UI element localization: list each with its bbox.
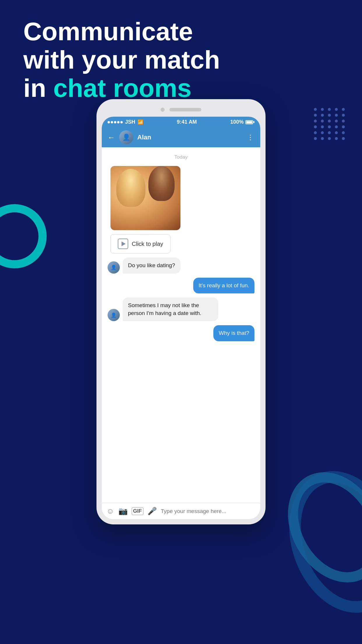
- message-bubble-3: Sometimes I may not like the person I'm …: [123, 298, 218, 321]
- status-bar: JSH 📶 9:41 AM 100%: [102, 117, 260, 127]
- contact-name: Alan: [137, 134, 243, 141]
- battery-tip: [253, 121, 254, 123]
- headline-line2: with your match: [23, 45, 220, 74]
- chat-date: Today: [108, 154, 254, 160]
- bg-dots: [314, 108, 346, 140]
- wifi-icon: 📶: [138, 119, 143, 125]
- phone-screen: JSH 📶 9:41 AM 100% ←: [102, 117, 260, 519]
- play-triangle-icon: [122, 242, 126, 246]
- back-button[interactable]: ←: [108, 133, 115, 142]
- camera-icon[interactable]: 📷: [118, 507, 128, 516]
- contact-avatar-img: 👤: [119, 130, 133, 144]
- phone-body: JSH 📶 9:41 AM 100% ←: [96, 99, 266, 524]
- headline: Communicate with your match in chat room…: [23, 18, 227, 102]
- message-bubble-2: It's really a lot of fun.: [193, 278, 254, 294]
- phone-speaker: [169, 108, 201, 111]
- headline-highlight: chat rooms: [53, 74, 191, 102]
- play-button-wrap: Click to play: [108, 234, 254, 253]
- status-right: 100%: [230, 119, 254, 125]
- contact-avatar: 👤: [119, 130, 133, 144]
- battery-percent: 100%: [230, 119, 244, 125]
- status-left: JSH 📶: [108, 119, 143, 125]
- phone-top: [102, 104, 260, 115]
- message-row-3: 👤 Sometimes I may not like the person I'…: [108, 298, 254, 321]
- message-avatar-3: 👤: [108, 309, 120, 321]
- input-bar: ☺ 📷 GIF 🎤: [102, 503, 260, 519]
- play-button[interactable]: Click to play: [110, 234, 171, 253]
- nav-bar: ← 👤 Alan ⋮: [102, 127, 260, 147]
- status-time: 9:41 AM: [177, 119, 197, 125]
- phone-camera: [161, 108, 165, 112]
- message-avatar-1: 👤: [108, 261, 120, 274]
- mic-icon[interactable]: 🎤: [147, 507, 157, 516]
- play-label: Click to play: [132, 241, 163, 247]
- play-icon-box: [118, 239, 128, 249]
- headline-line3-plain: in: [23, 74, 53, 102]
- bg-wave2: [270, 456, 362, 629]
- message-row-2: It's really a lot of fun.: [108, 278, 254, 294]
- carrier-label: JSH: [125, 119, 135, 125]
- message-bubble-1: Do you like dating?: [123, 258, 180, 274]
- chat-image[interactable]: [110, 166, 180, 230]
- battery-icon: [245, 120, 254, 124]
- signal-dots: [108, 121, 123, 123]
- phone: JSH 📶 9:41 AM 100% ←: [96, 99, 266, 524]
- more-button[interactable]: ⋮: [247, 133, 254, 141]
- bg-circle-teal: [0, 204, 47, 268]
- message-row-4: Why is that?: [108, 325, 254, 341]
- chat-area: Today Click to play 👤: [102, 147, 260, 503]
- battery-fill: [246, 121, 252, 123]
- battery-body: [245, 120, 253, 124]
- headline-line1: Communicate: [23, 17, 193, 46]
- message-bubble-4: Why is that?: [213, 325, 254, 341]
- gif-icon[interactable]: GIF: [132, 507, 143, 515]
- message-row-1: 👤 Do you like dating?: [108, 258, 254, 274]
- emoji-icon[interactable]: ☺: [106, 507, 114, 516]
- chat-image-wrap: [108, 166, 254, 230]
- message-input[interactable]: [161, 508, 256, 514]
